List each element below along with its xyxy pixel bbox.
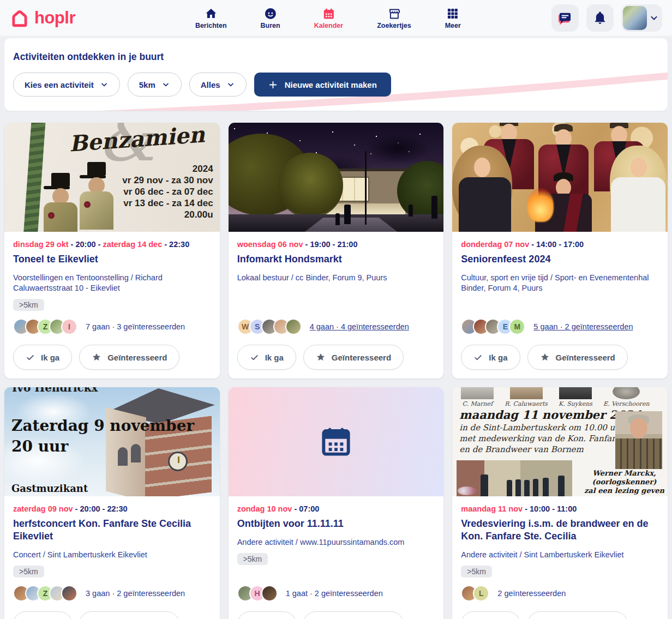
date-segment: dinsdag 29 okt [13,240,69,249]
newspaper-clipping-image: C. Marnef R. Caluwaerts K. Suykens E. Ve… [452,387,668,496]
church-poster-image: Ivo Hendrickx Zaterdag 9 november 20 uur… [4,387,220,496]
event-card-body: dinsdag 29 okt - 20:00 - zaterdag 14 dec… [4,232,220,378]
nav-item-buren[interactable]: Buren [261,7,280,29]
attendance-count-link[interactable]: 4 gaan · 4 geïnteresseerden [310,322,409,331]
date-segment: - [523,504,530,513]
date-segment: 07:00 [299,504,319,513]
avatar-group: L [461,585,489,602]
interested-button[interactable]: Geïnteresseerd [79,611,179,619]
ik-ga-button[interactable]: Ik ga [13,345,72,370]
home-icon [205,7,218,20]
event-date: zaterdag 09 nov - 20:00 - 22:30 [13,504,128,513]
event-date: donderdag 07 nov - 14:00 - 17:00 [461,240,584,249]
event-card-vredesviering[interactable]: C. Marnef R. Caluwaerts K. Suykens E. Ve… [452,387,668,619]
poster-main-text: Zaterdag 9 november 20 uur [11,416,194,457]
photo-avatar [261,585,278,602]
event-subtitle: Andere activiteit / www.11puurssintamand… [237,537,405,548]
activity-type-dropdown[interactable]: Kies een activiteit [13,73,120,97]
nav-item-meer[interactable]: Meer [445,7,461,29]
messages-button[interactable] [551,4,579,32]
benzamien-poster-image: & Benzamien 2024 vr 29 nov - za 30 novvr… [4,123,220,232]
create-activity-label: Nieuwe activiteit maken [285,80,377,89]
interested-button[interactable]: Geïnteresseerd [303,611,404,619]
newspaper-body-text: in de Sint-Lambertuskerk om 10.00 umet m… [459,422,620,455]
face-icon [264,7,277,20]
star-icon [540,352,550,362]
distance-dropdown[interactable]: 5km [128,73,182,97]
profile-menu-button[interactable] [621,4,662,32]
event-subtitle: Cultuur, sport en vrije tijd / Sport- en… [461,273,659,293]
date-segment: - [162,240,169,249]
date-segment: - [303,240,310,249]
nav-label: Berichten [195,22,227,29]
interested-label: Geïnteresseerd [556,353,615,362]
interested-button[interactable]: Geïnteresseerd [79,345,179,370]
ik-ga-label: Ik ga [41,353,59,362]
filter-row: Kies een activiteit 5km Alles Nieuwe act… [13,73,659,97]
date-segment: donderdag 07 nov [461,240,529,249]
attendance-count-link[interactable]: 5 gaan · 2 geïnteresseerden [533,322,633,331]
text-line: met medewerking van de Kon. Fanfare [459,433,620,444]
person-silhouette [335,213,340,225]
notifications-button[interactable] [586,4,614,32]
social-row: H 1 gaat · 2 geïnteresseerden [237,576,383,602]
hoplr-logo[interactable]: hoplr [10,8,75,28]
interested-button[interactable]: Geïnteresseerd [303,345,404,370]
event-card-infomarkt[interactable]: woensdag 06 nov - 19:00 - 21:00 Infomark… [229,123,444,378]
text-line: en de Brandweer van Bornem [459,444,620,455]
event-card-toneel[interactable]: & Benzamien 2024 vr 29 nov - za 30 novvr… [4,123,220,378]
card-actions: Ik ga Geïnteresseerd [237,602,404,619]
interested-button[interactable]: Geïnteresseerd [527,345,628,370]
date-segment: woensdag 06 nov [237,240,303,249]
event-subtitle: Andere activiteit / Sint Lambertuskerk E… [461,550,623,560]
social-row: WS 4 gaan · 4 geïnteresseerden [237,310,409,335]
status-dropdown[interactable]: Alles [189,73,247,97]
event-card-body: woensdag 06 nov - 19:00 - 21:00 Infomark… [229,232,444,378]
dropdown-label: Alles [201,80,220,89]
chevron-down-icon [100,80,109,89]
ik-ga-button[interactable]: Ik ga [237,611,296,619]
event-card-ontbijten[interactable]: zondag 10 nov - 07:00 Ontbijten voor 11.… [229,387,444,619]
avatar-group: EM [461,318,525,335]
event-title: Ontbijten voor 11.11.11 [237,518,344,530]
nav-item-kalender[interactable]: Kalender [314,7,344,29]
ik-ga-label: Ik ga [265,353,284,362]
letter-avatar: L [473,585,489,602]
calendar-placeholder-image [229,387,444,496]
event-card-seniorenfeest[interactable]: donderdag 07 nov - 14:00 - 17:00 Seniore… [452,123,668,378]
poster-bottom-text: Gastmuzikant [11,483,88,494]
building-night-render-image [229,123,444,232]
ik-ga-button[interactable]: Ik ga [461,611,520,619]
distance-badge: >5km [461,566,492,578]
date-segment: zaterdag 09 nov [13,504,73,513]
fire-effect-graphic [527,188,554,222]
social-row: L 2 geïnteresseerden [461,585,566,602]
nav-item-berichten[interactable]: Berichten [195,7,227,29]
performer-graphic [452,149,525,232]
ik-ga-label: Ik ga [489,353,507,362]
event-title: herfstconcert Kon. Fanfare Ste Cecilia E… [13,518,211,543]
ik-ga-button[interactable]: Ik ga [237,345,296,370]
check-icon [26,353,35,362]
date-segment: - [529,240,536,249]
avatar-group: WS [237,318,302,335]
event-card-herfstconcert[interactable]: Ivo Hendrickx Zaterdag 9 november 20 uur… [4,387,220,619]
card-actions: Ik ga Geïnteresseerd [461,602,627,619]
ik-ga-button[interactable]: Ik ga [13,611,72,619]
ik-ga-button[interactable]: Ik ga [461,345,520,370]
interested-button[interactable]: Geïnteresseerd [527,611,628,619]
social-row: EM 5 gaan · 2 geïnteresseerden [461,310,633,335]
date-segment: 14:00 - 17:00 [536,240,584,249]
plus-icon [268,80,278,89]
date-segment: zaterdag 14 dec [103,240,162,249]
storefront-icon [387,7,400,20]
activities-filter-panel: Activiteiten ontdekken in je buurt Kies … [4,38,668,111]
avatar-group: Z [13,585,77,602]
puppet-figure [44,173,77,232]
nav-label: Zoekertjes [377,22,411,29]
create-activity-button[interactable]: Nieuwe activiteit maken [254,73,391,97]
nav-item-zoekertjes[interactable]: Zoekertjes [377,7,411,29]
photo-avatar [61,585,77,602]
event-title: Vredesviering i.s.m. de brandweer en de … [461,518,659,543]
top-navigation-bar: hoplr Berichten Buren Kalender Zoekertje… [0,0,672,36]
